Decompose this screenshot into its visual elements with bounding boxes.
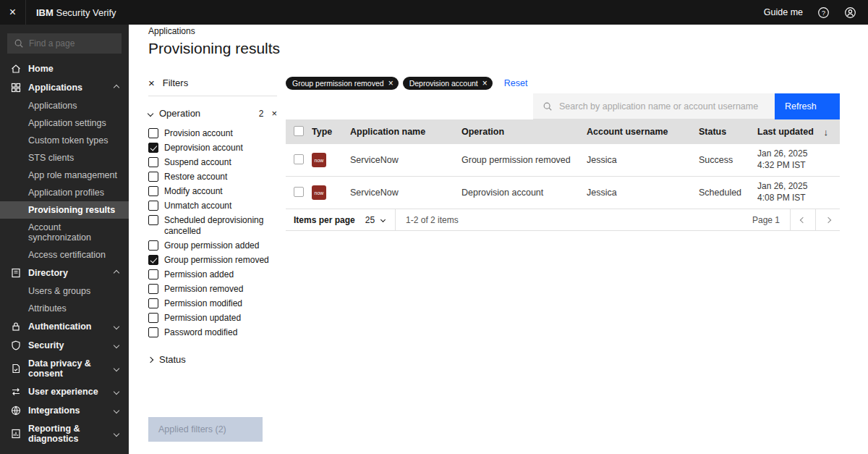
filter-option-group-permission-added[interactable]: Group permission added bbox=[148, 238, 277, 253]
top-header: × IBM Security Verify Guide me ? bbox=[0, 0, 868, 25]
checkbox[interactable] bbox=[148, 284, 158, 294]
filter-option-permission-modified[interactable]: Permission modified bbox=[148, 296, 277, 311]
servicenow-badge: now bbox=[312, 153, 326, 167]
next-page-button[interactable] bbox=[815, 209, 840, 231]
sidebar-item-users-groups[interactable]: Users & groups bbox=[0, 282, 129, 300]
sidebar-item-directory[interactable]: Directory bbox=[0, 264, 129, 282]
close-filters-icon[interactable]: × bbox=[148, 77, 155, 88]
column-header-status[interactable]: Status bbox=[699, 127, 757, 137]
column-header-operation[interactable]: Operation bbox=[461, 127, 587, 137]
row-checkbox[interactable] bbox=[294, 154, 304, 164]
sidebar-item-provisioning-results[interactable]: Provisioning results bbox=[0, 201, 129, 219]
row-checkbox[interactable] bbox=[294, 187, 304, 197]
filter-option-modify-account[interactable]: Modify account bbox=[148, 184, 277, 198]
divider bbox=[395, 209, 396, 231]
sidebar-search[interactable] bbox=[7, 33, 122, 54]
filter-option-deprovision-account[interactable]: Deprovision account bbox=[148, 140, 277, 155]
application-name-cell: ServiceNow bbox=[350, 155, 461, 165]
checkbox[interactable] bbox=[148, 255, 158, 265]
swap-arrows-icon bbox=[10, 386, 22, 398]
applied-filters-button[interactable]: Applied filters (2) bbox=[148, 417, 263, 442]
select-all-checkbox[interactable] bbox=[294, 126, 304, 136]
operation-accordion[interactable]: Operation 2 × bbox=[148, 105, 277, 122]
guide-me-link[interactable]: Guide me bbox=[764, 7, 803, 17]
sidebar-item-user-experience[interactable]: User experience bbox=[0, 382, 129, 401]
sidebar-item-applications[interactable]: Applications bbox=[0, 78, 129, 97]
reset-filters-link[interactable]: Reset bbox=[504, 78, 528, 88]
sidebar-item-sts-clients[interactable]: STS clients bbox=[0, 149, 129, 167]
column-header-last-updated[interactable]: Last updated ↓ bbox=[757, 127, 840, 138]
app-title: IBM Security Verify bbox=[36, 7, 116, 18]
chevron-right-icon bbox=[148, 356, 153, 362]
column-header-account-username[interactable]: Account username bbox=[587, 127, 699, 137]
checkbox[interactable] bbox=[148, 157, 158, 167]
prev-page-button[interactable] bbox=[791, 209, 815, 231]
find-page-input[interactable] bbox=[29, 38, 115, 49]
checkbox[interactable] bbox=[148, 327, 158, 337]
filter-option-provision-account[interactable]: Provision account bbox=[148, 126, 277, 140]
column-header-application-name[interactable]: Application name bbox=[350, 127, 461, 137]
checkbox[interactable] bbox=[148, 143, 158, 153]
sidebar-item-application-settings[interactable]: Application settings bbox=[0, 114, 129, 132]
sidebar-item-attributes[interactable]: Attributes bbox=[0, 300, 129, 317]
brand-ibm: IBM bbox=[36, 7, 54, 18]
table-search-input[interactable] bbox=[559, 101, 765, 112]
sidebar-item-authentication[interactable]: Authentication bbox=[0, 317, 129, 336]
filter-option-group-permission-removed[interactable]: Group permission removed bbox=[148, 253, 277, 267]
sidebar-item-applications-list[interactable]: Applications bbox=[0, 97, 129, 114]
checkbox[interactable] bbox=[148, 186, 158, 196]
filter-tag[interactable]: Deprovision account × bbox=[403, 77, 493, 90]
column-header-type[interactable]: Type bbox=[312, 127, 350, 137]
sidebar-item-reporting-diagnostics[interactable]: Reporting & diagnostics bbox=[0, 420, 129, 447]
user-avatar-icon[interactable] bbox=[844, 7, 856, 19]
checkbox[interactable] bbox=[148, 240, 158, 251]
refresh-button[interactable]: Refresh bbox=[775, 93, 840, 119]
sidebar-item-access-certification[interactable]: Access certification bbox=[0, 246, 129, 264]
sidebar-item-integrations[interactable]: Integrations bbox=[0, 401, 129, 420]
sidebar-item-app-role-management[interactable]: App role management bbox=[0, 167, 129, 184]
sort-descending-icon[interactable]: ↓ bbox=[824, 127, 829, 138]
filter-option-restore-account[interactable]: Restore account bbox=[148, 169, 277, 184]
checkbox[interactable] bbox=[148, 215, 158, 225]
filter-option-suspend-account[interactable]: Suspend account bbox=[148, 155, 277, 169]
help-icon[interactable]: ? bbox=[817, 7, 830, 19]
checkbox[interactable] bbox=[148, 172, 158, 182]
breadcrumb[interactable]: Applications bbox=[148, 26, 840, 36]
filter-option-permission-updated[interactable]: Permission updated bbox=[148, 311, 277, 325]
checkbox[interactable] bbox=[148, 313, 158, 323]
filters-title: Filters bbox=[163, 77, 188, 88]
close-icon[interactable]: × bbox=[0, 0, 26, 25]
sidebar-item-home[interactable]: Home bbox=[0, 59, 129, 78]
sidebar-item-security[interactable]: Security bbox=[0, 336, 129, 355]
status-accordion[interactable]: Status bbox=[148, 351, 277, 368]
clear-operation-filters-icon[interactable]: × bbox=[271, 108, 277, 119]
table-row[interactable]: now ServiceNow Deprovision account Jessi… bbox=[286, 177, 840, 209]
table-row[interactable]: now ServiceNow Group permission removed … bbox=[286, 144, 840, 177]
chevron-down-icon bbox=[148, 110, 153, 116]
checkbox[interactable] bbox=[148, 128, 158, 138]
table-header-row: Type Application name Operation Account … bbox=[286, 119, 840, 144]
remove-tag-icon[interactable]: × bbox=[387, 79, 395, 88]
filter-option-password-modified[interactable]: Password modified bbox=[148, 325, 277, 340]
checkbox[interactable] bbox=[148, 201, 158, 211]
filter-option-scheduled-deprovisioning-cancelled[interactable]: Scheduled deprovisioning cancelled bbox=[148, 213, 277, 238]
home-icon bbox=[10, 63, 22, 75]
filter-option-permission-removed[interactable]: Permission removed bbox=[148, 282, 277, 296]
sidebar-item-application-profiles[interactable]: Application profiles bbox=[0, 184, 129, 201]
sidebar-item-data-privacy-consent[interactable]: Data privacy & consent bbox=[0, 355, 129, 382]
filter-option-unmatch-account[interactable]: Unmatch account bbox=[148, 198, 277, 213]
sidebar-item-account-synchronization[interactable]: Account synchronization bbox=[0, 219, 129, 246]
filter-tag[interactable]: Group permission removed × bbox=[286, 77, 399, 90]
checkbox[interactable] bbox=[148, 269, 158, 279]
page-size-select[interactable]: 25 bbox=[365, 215, 385, 225]
table-search[interactable] bbox=[533, 93, 775, 119]
operation-cell: Deprovision account bbox=[461, 188, 587, 198]
operation-cell: Group permission removed bbox=[461, 155, 587, 165]
checkbox[interactable] bbox=[148, 298, 158, 308]
remove-tag-icon[interactable]: × bbox=[481, 79, 489, 88]
chevron-down-icon bbox=[380, 217, 386, 222]
page-title: Provisioning results bbox=[148, 40, 840, 57]
chevron-down-icon bbox=[114, 389, 119, 395]
filter-option-permission-added[interactable]: Permission added bbox=[148, 267, 277, 282]
sidebar-item-custom-token-types[interactable]: Custom token types bbox=[0, 132, 129, 149]
